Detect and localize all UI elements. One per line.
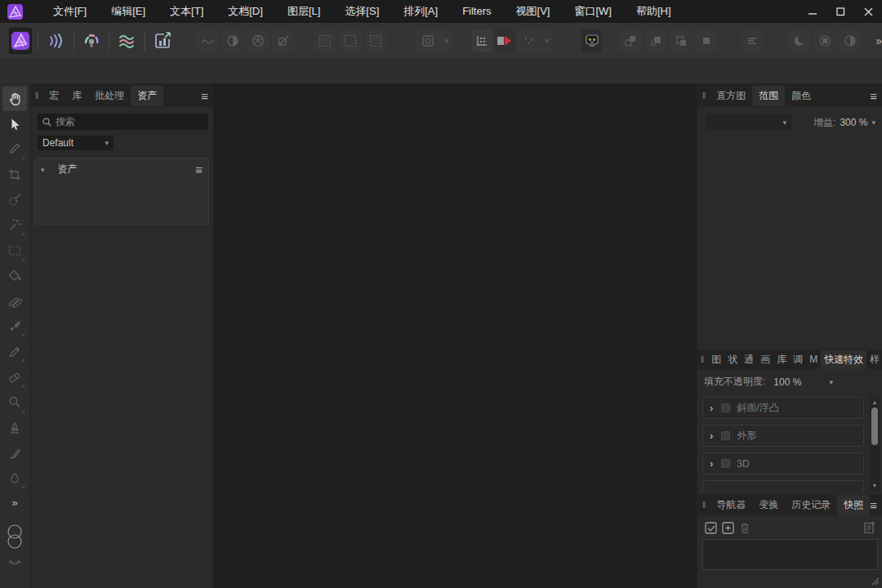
photo-persona-button[interactable] bbox=[9, 28, 33, 54]
resize-grip[interactable] bbox=[870, 576, 880, 586]
tab-batch[interactable]: 批处理 bbox=[88, 86, 131, 106]
selection-subtract-button[interactable] bbox=[364, 29, 387, 52]
effect-row-clipped[interactable] bbox=[702, 480, 864, 492]
search-input[interactable]: 搜索 bbox=[38, 114, 208, 130]
effect-row-outline[interactable]: › 外形 bbox=[702, 425, 864, 447]
tab-assets[interactable]: 资产 bbox=[131, 86, 163, 106]
expand-chevron-icon[interactable]: › bbox=[710, 402, 713, 414]
flood-fill-tool[interactable] bbox=[2, 264, 27, 288]
view-hand-tool[interactable] bbox=[2, 87, 27, 111]
paint-brush-tool[interactable] bbox=[2, 314, 27, 339]
panel-drag-handle[interactable]: ‖ bbox=[35, 91, 38, 100]
assistant-button[interactable] bbox=[581, 29, 602, 52]
panel-drag-handle[interactable]: ‖ bbox=[702, 91, 705, 100]
color-picker-tool[interactable] bbox=[2, 137, 27, 162]
tab-layers[interactable]: 图 bbox=[708, 350, 724, 369]
swap-colors-icon[interactable] bbox=[2, 557, 27, 570]
tab-history[interactable]: 历史记录 bbox=[785, 495, 837, 515]
gain-control[interactable]: 增益: 300 % ▾ bbox=[813, 116, 875, 130]
section-menu-icon[interactable]: ≡ bbox=[195, 163, 203, 176]
pixel-tool[interactable] bbox=[2, 340, 27, 364]
tab-stock[interactable]: 库 bbox=[773, 350, 790, 369]
effect-checkbox[interactable] bbox=[721, 459, 730, 468]
refine-dropdown[interactable]: ▾ bbox=[518, 29, 553, 52]
panel-drag-handle[interactable]: ‖ bbox=[701, 355, 703, 364]
develop-persona-button[interactable] bbox=[80, 28, 104, 54]
menu-edit[interactable]: 编辑[E] bbox=[99, 0, 158, 23]
tab-color[interactable]: 颜色 bbox=[785, 86, 817, 106]
tab-brushes[interactable]: 画 bbox=[757, 350, 773, 369]
restore-snapshot-icon[interactable] bbox=[705, 522, 717, 534]
expand-chevron-icon[interactable]: › bbox=[710, 457, 713, 470]
fill-opacity-control[interactable]: 填充不透明度: 100 % ▾ bbox=[704, 375, 875, 389]
gradient-tool[interactable] bbox=[2, 289, 27, 314]
effect-row-3d[interactable]: › 3D bbox=[702, 452, 864, 474]
smudge-tool[interactable] bbox=[2, 441, 27, 466]
close-button[interactable] bbox=[854, 0, 882, 23]
marquee-tool[interactable] bbox=[2, 238, 27, 263]
menu-file[interactable]: 文件[F] bbox=[41, 0, 99, 23]
clone-stamp-tool[interactable] bbox=[2, 416, 27, 440]
asset-category-select[interactable]: Default ▾ bbox=[38, 136, 114, 150]
move-backward-button[interactable] bbox=[670, 29, 693, 52]
auto-contrast-button[interactable] bbox=[221, 29, 244, 52]
delete-snapshot-icon[interactable] bbox=[739, 522, 751, 534]
tone-mapping-persona-button[interactable] bbox=[115, 28, 139, 54]
scope-type-select[interactable]: ▾ bbox=[706, 114, 791, 131]
tab-shape[interactable]: 状 bbox=[724, 350, 741, 369]
auto-levels-button[interactable] bbox=[196, 29, 219, 52]
selection-brush-tool[interactable] bbox=[2, 188, 27, 212]
scroll-down-icon[interactable]: ▼ bbox=[872, 480, 878, 491]
adjustment-button[interactable] bbox=[813, 29, 836, 52]
section-collapse-icon[interactable]: ▾ bbox=[41, 166, 45, 174]
blur-tool[interactable] bbox=[2, 466, 27, 491]
tab-adjustment[interactable]: 调 bbox=[790, 350, 806, 369]
liquify-persona-button[interactable] bbox=[44, 28, 68, 54]
expand-chevron-icon[interactable]: › bbox=[710, 430, 713, 442]
maximize-button[interactable] bbox=[826, 0, 854, 23]
effect-checkbox[interactable] bbox=[721, 403, 730, 412]
move-to-back-button[interactable] bbox=[695, 29, 718, 52]
menu-document[interactable]: 文档[D] bbox=[216, 0, 275, 23]
panel-menu-icon[interactable]: ≡ bbox=[201, 90, 208, 102]
move-forward-button[interactable] bbox=[644, 29, 667, 52]
tab-macro[interactable]: 宏 bbox=[42, 86, 65, 106]
tab-channels[interactable]: 通 bbox=[741, 350, 757, 369]
panel-menu-icon[interactable]: ≡ bbox=[870, 90, 877, 102]
crop-tool[interactable] bbox=[2, 163, 27, 187]
move-tool[interactable] bbox=[2, 112, 27, 136]
menu-view[interactable]: 视图[V] bbox=[504, 0, 563, 23]
effect-checkbox[interactable] bbox=[721, 431, 730, 440]
menu-window[interactable]: 窗口[W] bbox=[562, 0, 624, 23]
alignment-button[interactable] bbox=[742, 29, 763, 52]
dodge-burn-tool[interactable] bbox=[2, 390, 27, 415]
add-snapshot-icon[interactable] bbox=[722, 522, 734, 534]
menu-help[interactable]: 帮助[H] bbox=[624, 0, 684, 23]
tab-quick-fx[interactable]: 快速特效 bbox=[821, 350, 866, 369]
menu-text[interactable]: 文本[T] bbox=[158, 0, 216, 23]
panel-drag-handle[interactable]: ‖ bbox=[702, 501, 705, 510]
tab-library[interactable]: 库 bbox=[65, 86, 88, 106]
minimize-button[interactable] bbox=[799, 0, 826, 23]
toolbar-overflow-icon[interactable]: » bbox=[875, 34, 882, 47]
tab-snapshot[interactable]: 快照 bbox=[837, 495, 870, 515]
auto-colors-button[interactable] bbox=[247, 29, 270, 52]
eraser-tool[interactable] bbox=[2, 365, 27, 390]
document-canvas[interactable] bbox=[213, 84, 697, 588]
menu-layer[interactable]: 图层[L] bbox=[275, 0, 332, 23]
new-document-from-snapshot-icon[interactable] bbox=[863, 521, 875, 534]
tab-styles[interactable]: 样 bbox=[866, 350, 882, 369]
flood-select-tool[interactable] bbox=[2, 213, 27, 238]
effect-row-bevel[interactable]: › 斜面/浮凸 bbox=[702, 397, 864, 419]
effects-scrollbar[interactable]: ▲ ▼ bbox=[870, 397, 880, 491]
color-selector[interactable] bbox=[2, 520, 27, 556]
auto-white-balance-button[interactable] bbox=[272, 29, 295, 52]
panel-menu-icon[interactable]: ≡ bbox=[870, 499, 877, 511]
menu-select[interactable]: 选择[S] bbox=[332, 0, 391, 23]
live-filter-button[interactable] bbox=[839, 29, 862, 52]
selection-add-button[interactable] bbox=[339, 29, 362, 52]
quick-mask-dropdown[interactable]: ▾ bbox=[416, 29, 452, 52]
color-format-button[interactable] bbox=[495, 29, 515, 52]
tab-m[interactable]: M bbox=[806, 351, 821, 368]
scroll-up-icon[interactable]: ▲ bbox=[872, 397, 878, 408]
